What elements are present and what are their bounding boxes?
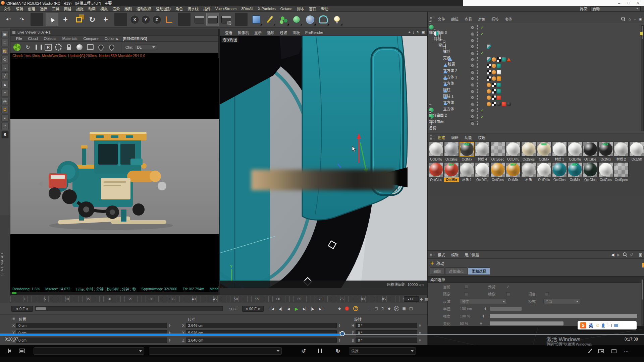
restart-render-button[interactable]: ↻: [23, 43, 33, 52]
quantize-icon[interactable]: ∷: [1, 123, 9, 130]
layer-toggle-icon[interactable]: [470, 45, 474, 49]
next-key-button[interactable]: |▶: [309, 305, 317, 312]
attr-forward-icon[interactable]: ▶: [617, 252, 620, 257]
material-item[interactable]: MIX OctMix: [567, 162, 583, 182]
material-thumbnail[interactable]: [429, 142, 443, 157]
object-tree-row[interactable]: 备份: [428, 120, 640, 126]
prev-frame-button[interactable]: ◀: [284, 305, 292, 312]
pause-render-button[interactable]: [34, 43, 43, 52]
radius-slider[interactable]: [490, 307, 522, 311]
texture-tag-icon[interactable]: [487, 64, 491, 68]
sogou-mic-icon[interactable]: [602, 323, 604, 327]
attr-history-icon[interactable]: ↺: [630, 252, 633, 257]
object-tree-row[interactable]: 细分曲面 2: [428, 107, 640, 114]
menu-item[interactable]: X-Particles: [256, 7, 278, 11]
close-button[interactable]: ×: [637, 1, 639, 5]
object-tree-row[interactable]: 立方体: [428, 75, 640, 82]
material-item[interactable]: OctDiffu: [505, 141, 521, 162]
menu-item[interactable]: 编辑: [13, 6, 25, 11]
axis-mode-icon[interactable]: +: [1, 89, 9, 97]
visibility-dots-icon[interactable]: [477, 95, 478, 100]
texture-tag-icon[interactable]: [487, 89, 491, 94]
material-name[interactable]: OctGlos: [490, 177, 505, 182]
texture-tag-icon[interactable]: [497, 76, 501, 81]
material-thumbnail[interactable]: [614, 142, 629, 157]
layer-toggle-icon[interactable]: [470, 51, 474, 55]
material-thumbnail[interactable]: [460, 162, 474, 177]
forward-30-button[interactable]: ↻30: [335, 348, 340, 355]
pause-button[interactable]: [318, 349, 322, 353]
sogou-keyboard-icon[interactable]: [607, 324, 612, 327]
layer-toggle-icon[interactable]: [470, 64, 474, 68]
texture-tag-icon[interactable]: [497, 89, 501, 94]
keyframe-selection-button[interactable]: ?: [353, 306, 358, 311]
material-menu-item[interactable]: 编辑: [448, 135, 461, 140]
size-z-field[interactable]: Z2.648 cm▲▼: [181, 337, 341, 343]
material-name[interactable]: OctGlos: [583, 157, 598, 162]
layout-select[interactable]: 启动: [590, 6, 641, 11]
expand-toggle-icon[interactable]: [429, 21, 431, 25]
object-tree-row[interactable]: 圆柱: [428, 82, 640, 88]
layer-toggle-icon[interactable]: [470, 32, 474, 36]
material-name[interactable]: OctGlos: [583, 177, 598, 182]
play-button[interactable]: ▶: [292, 305, 301, 312]
material-name[interactable]: OctSpec: [614, 177, 629, 182]
lv-menu-option[interactable]: Option ▶: [102, 37, 122, 41]
attr-search-icon[interactable]: [623, 252, 627, 257]
render-settings-icon[interactable]: [53, 43, 63, 52]
layer-toggle-icon[interactable]: [470, 26, 474, 29]
region-render-button[interactable]: R: [45, 44, 52, 51]
menu-item[interactable]: 运动跟踪: [134, 6, 154, 11]
sogou-toolbox-icon[interactable]: [614, 324, 618, 327]
goto-start-button[interactable]: |◀: [268, 305, 276, 312]
visibility-dots-icon[interactable]: [477, 70, 478, 74]
model-mode-icon[interactable]: □: [1, 39, 9, 46]
volume-icon[interactable]: [8, 349, 11, 353]
viewport-toggle-icon[interactable]: ▣: [422, 30, 425, 35]
workplane-mode-icon[interactable]: ◇: [1, 56, 9, 63]
mirror-checkbox[interactable]: [506, 292, 510, 296]
material-thumbnail[interactable]: [444, 142, 459, 157]
material-name[interactable]: 材质 1: [460, 177, 474, 182]
rotate-tool[interactable]: ↻: [86, 13, 99, 26]
generator-menu[interactable]: [290, 13, 303, 26]
object-tree-row[interactable]: 对称: [428, 31, 640, 37]
end-frame-field[interactable]: ◀90 F▶: [242, 306, 264, 312]
render-active-view-button[interactable]: [206, 13, 219, 26]
material-name[interactable]: OctMix: [460, 157, 474, 162]
player-more-icon[interactable]: ···: [624, 348, 629, 354]
material-name[interactable]: 材质 4: [475, 157, 490, 162]
material-name[interactable]: OctGlos: [444, 157, 459, 162]
material-item[interactable]: OctDiffu: [567, 141, 583, 162]
autokey-button[interactable]: [345, 306, 349, 311]
menu-item[interactable]: 脚本: [294, 6, 307, 11]
video-progress-remaining[interactable]: [343, 334, 644, 335]
picture-viewer-icon[interactable]: [86, 43, 95, 52]
menu-item[interactable]: Octane: [278, 7, 294, 11]
grid-snap-icon[interactable]: ▦: [402, 306, 406, 311]
visibility-dots-icon[interactable]: [477, 57, 478, 62]
preview-range-field[interactable]: -1 F: [404, 296, 419, 302]
edit-danmaku-icon[interactable]: [588, 349, 592, 353]
material-name[interactable]: OctDiffu: [429, 157, 443, 162]
attr-back-icon[interactable]: ◀: [611, 252, 614, 257]
material-name[interactable]: 材质 3: [552, 157, 567, 162]
viewport-menu-item[interactable]: 摄像机: [235, 30, 252, 35]
snap-toggle-icon[interactable]: Ω: [1, 106, 9, 113]
variance-slider[interactable]: [490, 321, 564, 325]
material-item[interactable]: MIX OctMix: [444, 162, 459, 182]
drag-handle-icon[interactable]: [11, 316, 16, 321]
material-thumbnail[interactable]: MIX: [598, 142, 613, 157]
material-thumbnail[interactable]: [429, 162, 443, 177]
texture-tag-icon[interactable]: [497, 57, 501, 62]
material-thumbnail[interactable]: MIX: [506, 162, 521, 177]
light-menu[interactable]: [330, 13, 343, 26]
layer-toggle-icon[interactable]: [470, 115, 474, 119]
material-name[interactable]: OctDiff: [629, 157, 644, 162]
om-menu-item[interactable]: 标签: [489, 16, 501, 22]
menu-item[interactable]: 3DtoAll: [239, 7, 255, 11]
material-item[interactable]: OctGlos: [428, 162, 444, 182]
enabled-check-icon[interactable]: [481, 51, 484, 55]
viewport-menu-item[interactable]: 面板: [290, 30, 303, 35]
material-thumbnail[interactable]: MIX: [460, 142, 474, 157]
